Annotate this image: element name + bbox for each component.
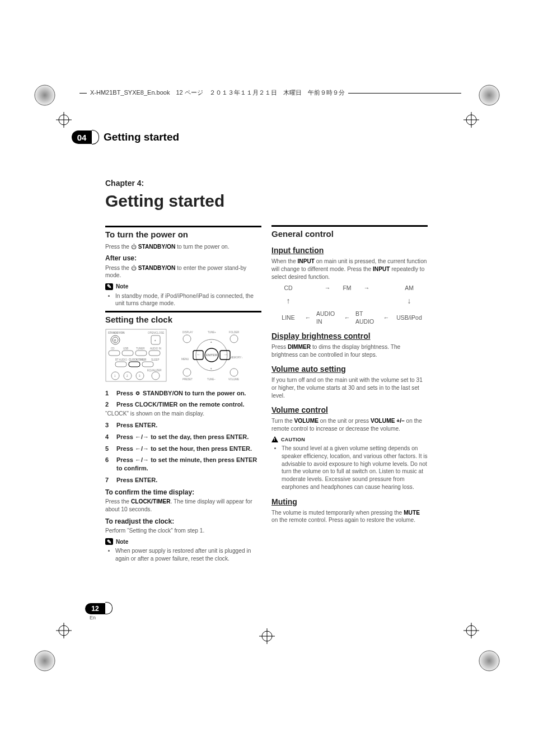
- right-column: General control Input function When the …: [271, 178, 428, 566]
- flow-node: USB/iPod: [396, 314, 422, 321]
- chapter-bar-title: Getting started: [104, 131, 179, 143]
- step: 1Press ⭘ STANDBY/ON to turn the power on…: [105, 389, 261, 398]
- svg-text:CD: CD: [111, 347, 115, 350]
- section-rule: [271, 225, 428, 227]
- chapter-label: Chapter 4:: [105, 178, 261, 189]
- subsection-heading: Muting: [271, 497, 428, 507]
- step-note: “CLOCK” is shown on the main display.: [105, 410, 261, 418]
- svg-text:3: 3: [139, 375, 140, 377]
- body-text: Turn the VOLUME on the unit or press VOL…: [271, 417, 428, 433]
- chapter-badge-cap: [92, 130, 99, 144]
- svg-point-48: [152, 372, 160, 380]
- registration-mark-icon: [34, 650, 56, 672]
- arrow-left-icon: [344, 314, 350, 321]
- remote-diagram: STANDBY/ON OPEN/CLOSE ⏻ ▲ CD USB TUNER A…: [105, 329, 167, 383]
- step: 2Press CLOCK/TIMER on the remote control…: [105, 400, 261, 409]
- arrow-left-icon: [305, 314, 311, 321]
- svg-text:BT AUDIO: BT AUDIO: [115, 358, 127, 361]
- step: 3Press ENTER.: [105, 421, 261, 430]
- svg-text:▼: ▼: [210, 367, 212, 370]
- input-flow-diagram: CD FM AM LINE AUDIO IN BT AUDIO USB/iPod: [277, 284, 428, 325]
- subsection-heading: Volume control: [271, 405, 428, 416]
- svg-text:▲: ▲: [154, 339, 156, 342]
- svg-point-3: [479, 651, 499, 671]
- note-item: In standby mode, if iPod/iPhone/iPad is …: [115, 292, 261, 308]
- flow-node: AM: [405, 284, 414, 292]
- arrow-down-icon: [407, 296, 411, 306]
- section-rule: [105, 226, 261, 227]
- section-heading: Setting the clock: [105, 314, 261, 325]
- svg-rect-34: [149, 351, 160, 356]
- sub-heading: To confirm the time display:: [105, 488, 261, 497]
- note-item: When power supply is restored after unit…: [115, 547, 261, 563]
- svg-text:USB: USB: [123, 347, 128, 350]
- chapter-bar: 04 Getting started: [72, 130, 179, 144]
- note-label: Note: [116, 538, 128, 546]
- body-text: Press the CLOCK/TIMER. The time display …: [105, 498, 261, 514]
- page-number-cap: [105, 602, 113, 614]
- power-icon: ⏻: [131, 244, 137, 250]
- body-text: Perform “Setting the clock” from step 1.: [105, 527, 261, 535]
- svg-text:TUNE–: TUNE–: [207, 378, 216, 381]
- flow-node: LINE: [282, 314, 294, 321]
- note-icon: ✎: [105, 283, 113, 290]
- diagram-row: STANDBY/ON OPEN/CLOSE ⏻ ▲ CD USB TUNER A…: [105, 329, 261, 383]
- page-number-badge: 12: [85, 603, 105, 614]
- page: X-HM21BT_SYXE8_En.book 12 ページ ２０１３年１１月２１…: [0, 0, 534, 756]
- caution-item: The sound level at a given volume settin…: [282, 445, 428, 491]
- note-label: Note: [116, 283, 128, 291]
- flow-node: AUDIO IN: [316, 310, 339, 325]
- control-pad-diagram: DISPLAY TUNE+ FOLDER ENTER ▲ ▼ ← → MENU: [181, 329, 242, 383]
- registration-mark-icon: [478, 650, 500, 672]
- arrow-right-icon: [364, 284, 370, 292]
- svg-text:→: →: [223, 352, 228, 357]
- subsection-heading: Input function: [271, 245, 428, 256]
- svg-text:MENU: MENU: [181, 358, 189, 361]
- flow-node: BT AUDIO: [355, 310, 378, 325]
- svg-rect-40: [142, 362, 153, 367]
- svg-text:STANDBY/ON: STANDBY/ON: [108, 332, 124, 334]
- caution-list: The sound level at a given volume settin…: [271, 445, 428, 491]
- svg-text:CLOCK/TIMER: CLOCK/TIMER: [129, 358, 147, 361]
- left-column: Chapter 4: Getting started To turn the p…: [105, 178, 261, 566]
- svg-text:AUDIO IN: AUDIO IN: [150, 347, 161, 350]
- section-rule: [105, 311, 261, 312]
- svg-rect-31: [109, 351, 120, 356]
- registration-mark-icon: [478, 84, 500, 106]
- note-list: When power supply is restored after unit…: [105, 547, 261, 563]
- crop-mark-icon: [463, 112, 479, 128]
- svg-rect-32: [122, 351, 133, 356]
- note-list: In standby mode, if iPod/iPhone/iPad is …: [105, 292, 261, 308]
- svg-text:ENTER: ENTER: [206, 353, 218, 357]
- registration-mark-icon: [34, 84, 56, 106]
- note-heading: ✎ Note: [105, 538, 261, 546]
- body-text: Press the ⏻ STANDBY/ON to turn the power…: [105, 243, 261, 251]
- step: 4Press ←/→ to set the day, then press EN…: [105, 433, 261, 441]
- arrow-left-icon: [383, 314, 390, 321]
- section-heading: General control: [271, 228, 428, 240]
- caution-label: CAUTION: [281, 436, 305, 443]
- flow-node: FM: [343, 284, 351, 292]
- svg-text:TUNE+: TUNE+: [208, 331, 216, 334]
- body-text: Press the ⏻ STANDBY/ON to enter the powe…: [105, 264, 261, 280]
- body-text: Press DIMMER to dims the display brightn…: [271, 343, 428, 359]
- svg-rect-38: [115, 362, 127, 367]
- note-icon: ✎: [105, 538, 113, 545]
- page-title: Getting started: [105, 190, 261, 213]
- svg-text:MEMORY /PROGRAM: MEMORY /PROGRAM: [230, 356, 242, 359]
- crop-mark-icon: [56, 623, 72, 638]
- chapter-number-badge: 04: [72, 130, 92, 144]
- arrow-up-icon: [287, 296, 291, 306]
- arrow-right-icon: [325, 284, 331, 292]
- svg-rect-39: [129, 362, 140, 367]
- svg-text:VOLUME: VOLUME: [228, 378, 239, 381]
- svg-text:SLEEP: SLEEP: [151, 358, 160, 361]
- svg-text:EQUALIZER: EQUALIZER: [147, 369, 162, 372]
- crop-mark-icon: [463, 623, 479, 638]
- svg-text:2: 2: [127, 375, 128, 377]
- step: 5Press ←/→ to set the hour, then press E…: [105, 445, 261, 453]
- svg-text:⏻: ⏻: [114, 339, 116, 342]
- body-text: The volume is muted temporarily when pre…: [271, 509, 428, 525]
- svg-text:DISPLAY: DISPLAY: [182, 331, 193, 334]
- svg-text:▲: ▲: [210, 340, 212, 343]
